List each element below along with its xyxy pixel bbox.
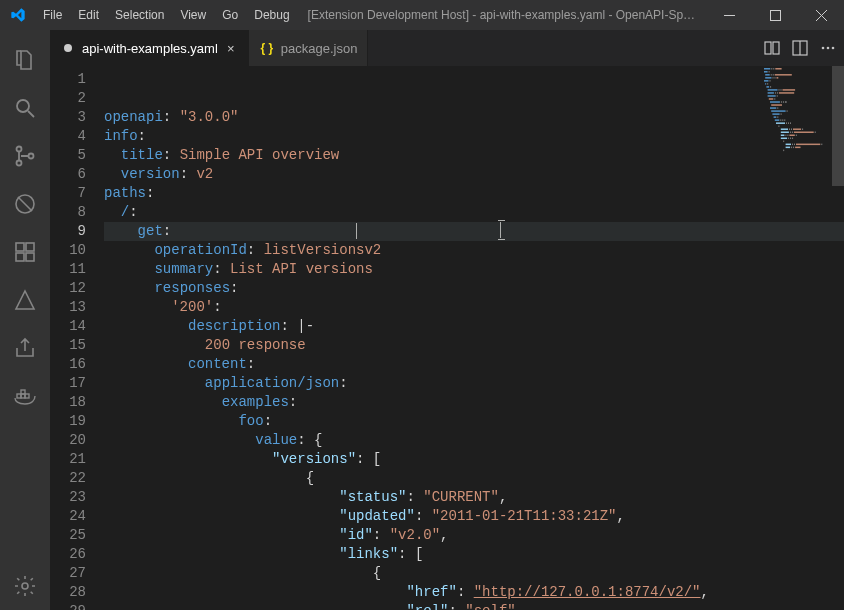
svg-rect-20 <box>765 42 771 54</box>
line-number-gutter: 1234567891011121314151617181920212223242… <box>50 66 104 610</box>
menu-edit[interactable]: Edit <box>70 0 107 30</box>
line-number: 6 <box>50 165 86 184</box>
code-line: responses: <box>104 279 844 298</box>
code-line: { <box>104 469 844 488</box>
line-number: 16 <box>50 355 86 374</box>
editor-actions <box>764 30 844 66</box>
line-number: 26 <box>50 545 86 564</box>
code-line: examples: <box>104 393 844 412</box>
code-line: '200': <box>104 298 844 317</box>
code-line: "rel": "self" <box>104 602 844 610</box>
menu-go[interactable]: Go <box>214 0 246 30</box>
code-line: "id": "v2.0", <box>104 526 844 545</box>
menu-view[interactable]: View <box>172 0 214 30</box>
line-number: 5 <box>50 146 86 165</box>
app-logo <box>0 7 35 23</box>
code-line: description: |- <box>104 317 844 336</box>
window-controls <box>706 0 844 30</box>
code-line: operationId: listVersionsv2 <box>104 241 844 260</box>
svg-line-10 <box>18 197 32 211</box>
close-tab-icon[interactable]: × <box>224 41 238 56</box>
svg-rect-13 <box>16 253 24 261</box>
svg-line-5 <box>28 111 34 117</box>
activity-bar <box>0 30 50 610</box>
code-line: paths: <box>104 184 844 203</box>
code-line: info: <box>104 127 844 146</box>
line-number: 10 <box>50 241 86 260</box>
code-line: title: Simple API overview <box>104 146 844 165</box>
line-number: 17 <box>50 374 86 393</box>
files-icon[interactable] <box>0 36 50 84</box>
split-editor-icon[interactable] <box>792 40 808 56</box>
code-line: /: <box>104 203 844 222</box>
maximize-button[interactable] <box>752 0 798 30</box>
line-number: 2 <box>50 89 86 108</box>
svg-rect-11 <box>16 243 24 251</box>
code-line: summary: List API versions <box>104 260 844 279</box>
line-number: 23 <box>50 488 86 507</box>
tab-api-with-examples-yaml[interactable]: api-with-examples.yaml× <box>50 30 249 66</box>
menu-debug[interactable]: Debug <box>246 0 297 30</box>
tab-package-json[interactable]: { }package.json <box>249 30 369 66</box>
svg-rect-12 <box>26 243 34 251</box>
line-number: 12 <box>50 279 86 298</box>
svg-point-19 <box>22 583 28 589</box>
line-number: 8 <box>50 203 86 222</box>
settings-gear-icon[interactable] <box>0 562 50 610</box>
line-number: 11 <box>50 260 86 279</box>
code-content[interactable]: openapi: "3.0.0"info: title: Simple API … <box>104 66 844 610</box>
line-number: 4 <box>50 127 86 146</box>
code-line: application/json: <box>104 374 844 393</box>
docker-icon[interactable] <box>0 372 50 420</box>
share-icon[interactable] <box>0 324 50 372</box>
line-number: 19 <box>50 412 86 431</box>
code-line: content: <box>104 355 844 374</box>
close-button[interactable] <box>798 0 844 30</box>
code-line: value: { <box>104 431 844 450</box>
source-control-icon[interactable] <box>0 132 50 180</box>
compare-changes-icon[interactable] <box>764 40 780 56</box>
code-line: "links": [ <box>104 545 844 564</box>
code-line: "updated": "2011-01-21T11:33:21Z", <box>104 507 844 526</box>
line-number: 13 <box>50 298 86 317</box>
svg-rect-21 <box>773 42 779 54</box>
code-line: "href": "http://127.0.0.1:8774/v2/", <box>104 583 844 602</box>
line-number: 22 <box>50 469 86 488</box>
search-icon[interactable] <box>0 84 50 132</box>
more-actions-icon[interactable] <box>820 40 836 56</box>
yaml-file-icon <box>60 40 76 56</box>
code-line: foo: <box>104 412 844 431</box>
svg-rect-18 <box>21 390 25 394</box>
line-number: 20 <box>50 431 86 450</box>
menu-selection[interactable]: Selection <box>107 0 172 30</box>
svg-point-26 <box>832 47 835 50</box>
editor-body[interactable]: 1234567891011121314151617181920212223242… <box>50 66 844 610</box>
minimize-button[interactable] <box>706 0 752 30</box>
svg-point-7 <box>17 161 22 166</box>
tab-label: package.json <box>281 41 358 56</box>
tabs-row: api-with-examples.yaml×{ }package.json <box>50 30 844 66</box>
line-number: 24 <box>50 507 86 526</box>
svg-rect-1 <box>770 10 780 20</box>
code-line: "status": "CURRENT", <box>104 488 844 507</box>
debug-icon[interactable] <box>0 180 50 228</box>
editor-area: api-with-examples.yaml×{ }package.json 1… <box>50 30 844 610</box>
line-number: 18 <box>50 393 86 412</box>
code-line: get: <box>104 222 844 241</box>
line-number: 14 <box>50 317 86 336</box>
svg-point-8 <box>29 154 34 159</box>
svg-point-25 <box>827 47 830 50</box>
code-line: { <box>104 564 844 583</box>
azure-icon[interactable] <box>0 276 50 324</box>
window-title: [Extension Development Host] - api-with-… <box>298 8 706 22</box>
line-number: 27 <box>50 564 86 583</box>
line-number: 3 <box>50 108 86 127</box>
extensions-icon[interactable] <box>0 228 50 276</box>
line-number: 15 <box>50 336 86 355</box>
text-cursor <box>356 223 357 239</box>
svg-point-4 <box>17 100 29 112</box>
line-number: 21 <box>50 450 86 469</box>
line-number: 29 <box>50 602 86 610</box>
line-number: 25 <box>50 526 86 545</box>
menu-file[interactable]: File <box>35 0 70 30</box>
